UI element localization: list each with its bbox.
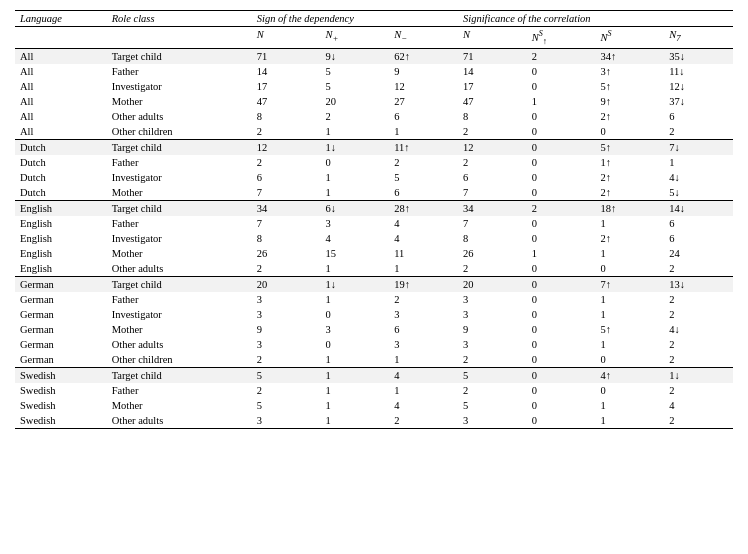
language-cell: All bbox=[15, 64, 107, 79]
nt-cell: 2 bbox=[664, 383, 733, 398]
np-cell: 3 bbox=[321, 322, 390, 337]
header-n2: N bbox=[458, 27, 527, 49]
nss-cell: 0 bbox=[595, 124, 664, 140]
nt-cell: 2 bbox=[664, 261, 733, 277]
n2-cell: 2 bbox=[458, 155, 527, 170]
nt-cell: 6 bbox=[664, 216, 733, 231]
language-cell: All bbox=[15, 48, 107, 64]
table-row: AllOther adults826802↑6 bbox=[15, 109, 733, 124]
table-row: EnglishTarget child346↓28↑34218↑14↓ bbox=[15, 200, 733, 216]
table-row: GermanTarget child201↓19↑2007↑13↓ bbox=[15, 276, 733, 292]
n2-cell: 2 bbox=[458, 261, 527, 277]
n-cell: 12 bbox=[252, 139, 321, 155]
table-row: GermanOther adults3033012 bbox=[15, 337, 733, 352]
table-row: DutchFather202201↑1 bbox=[15, 155, 733, 170]
language-cell: English bbox=[15, 231, 107, 246]
nsy-cell: 0 bbox=[527, 276, 596, 292]
nss-cell: 2↑ bbox=[595, 185, 664, 201]
nt-cell: 2 bbox=[664, 352, 733, 368]
table-row: GermanInvestigator3033012 bbox=[15, 307, 733, 322]
n-cell: 2 bbox=[252, 352, 321, 368]
role-cell: Mother bbox=[107, 246, 252, 261]
table-row: SwedishTarget child514504↑1↓ bbox=[15, 367, 733, 383]
nt-cell: 2 bbox=[664, 413, 733, 429]
nm-cell: 4 bbox=[389, 367, 458, 383]
nm-cell: 11 bbox=[389, 246, 458, 261]
header-np: N+ bbox=[321, 27, 390, 49]
header-nss: NS bbox=[595, 27, 664, 49]
nss-cell: 5↑ bbox=[595, 139, 664, 155]
nsy-cell: 0 bbox=[527, 322, 596, 337]
header-nm: N− bbox=[389, 27, 458, 49]
n2-cell: 2 bbox=[458, 383, 527, 398]
n2-cell: 20 bbox=[458, 276, 527, 292]
language-cell: Swedish bbox=[15, 367, 107, 383]
nt-cell: 4↓ bbox=[664, 170, 733, 185]
nsy-cell: 0 bbox=[527, 109, 596, 124]
n-cell: 2 bbox=[252, 155, 321, 170]
table-row: EnglishMother261511261124 bbox=[15, 246, 733, 261]
np-cell: 15 bbox=[321, 246, 390, 261]
nss-cell: 1 bbox=[595, 398, 664, 413]
table-row: AllTarget child719↓62↑71234↑35↓ bbox=[15, 48, 733, 64]
role-cell: Father bbox=[107, 155, 252, 170]
nm-cell: 1 bbox=[389, 352, 458, 368]
n2-cell: 3 bbox=[458, 413, 527, 429]
np-cell: 1 bbox=[321, 124, 390, 140]
nss-cell: 2↑ bbox=[595, 231, 664, 246]
language-cell: All bbox=[15, 79, 107, 94]
nt-cell: 11↓ bbox=[664, 64, 733, 79]
language-cell: English bbox=[15, 200, 107, 216]
role-cell: Target child bbox=[107, 276, 252, 292]
language-cell: Dutch bbox=[15, 185, 107, 201]
n-cell: 7 bbox=[252, 185, 321, 201]
n-cell: 7 bbox=[252, 216, 321, 231]
nm-cell: 4 bbox=[389, 231, 458, 246]
n-cell: 2 bbox=[252, 261, 321, 277]
nss-cell: 1 bbox=[595, 292, 664, 307]
n-cell: 9 bbox=[252, 322, 321, 337]
np-cell: 1 bbox=[321, 383, 390, 398]
role-cell: Investigator bbox=[107, 79, 252, 94]
table-row: GermanMother936905↑4↓ bbox=[15, 322, 733, 337]
nsy-cell: 0 bbox=[527, 352, 596, 368]
n2-cell: 2 bbox=[458, 352, 527, 368]
language-cell: German bbox=[15, 322, 107, 337]
table-row: SwedishOther adults3123012 bbox=[15, 413, 733, 429]
role-cell: Mother bbox=[107, 398, 252, 413]
nm-cell: 3 bbox=[389, 307, 458, 322]
nt-cell: 5↓ bbox=[664, 185, 733, 201]
header-nt: N7 bbox=[664, 27, 733, 49]
language-cell: Swedish bbox=[15, 383, 107, 398]
table-row: SwedishMother5145014 bbox=[15, 398, 733, 413]
nss-cell: 3↑ bbox=[595, 64, 664, 79]
table-row: GermanOther children2112002 bbox=[15, 352, 733, 368]
np-cell: 1 bbox=[321, 398, 390, 413]
role-cell: Investigator bbox=[107, 170, 252, 185]
n2-cell: 3 bbox=[458, 292, 527, 307]
n-cell: 17 bbox=[252, 79, 321, 94]
language-cell: Dutch bbox=[15, 170, 107, 185]
nt-cell: 1 bbox=[664, 155, 733, 170]
language-cell: English bbox=[15, 216, 107, 231]
nm-cell: 3 bbox=[389, 337, 458, 352]
n-cell: 6 bbox=[252, 170, 321, 185]
language-cell: All bbox=[15, 124, 107, 140]
np-cell: 1 bbox=[321, 367, 390, 383]
nss-cell: 2↑ bbox=[595, 109, 664, 124]
nss-cell: 9↑ bbox=[595, 94, 664, 109]
language-cell: Swedish bbox=[15, 413, 107, 429]
table-row: DutchTarget child121↓11↑1205↑7↓ bbox=[15, 139, 733, 155]
nt-cell: 1↓ bbox=[664, 367, 733, 383]
nss-cell: 1 bbox=[595, 307, 664, 322]
n2-cell: 71 bbox=[458, 48, 527, 64]
nm-cell: 5 bbox=[389, 170, 458, 185]
n-cell: 5 bbox=[252, 367, 321, 383]
nm-cell: 2 bbox=[389, 155, 458, 170]
n-cell: 34 bbox=[252, 200, 321, 216]
np-cell: 9↓ bbox=[321, 48, 390, 64]
nt-cell: 13↓ bbox=[664, 276, 733, 292]
np-cell: 1 bbox=[321, 352, 390, 368]
nsy-cell: 0 bbox=[527, 79, 596, 94]
nm-cell: 1 bbox=[389, 261, 458, 277]
